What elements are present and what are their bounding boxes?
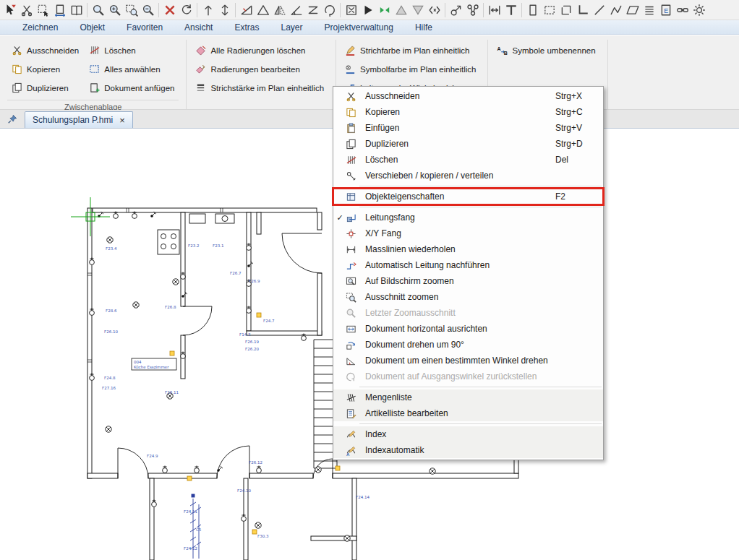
context-item-artikelliste-bearbeiten[interactable]: Artikelliste bearbeiten — [333, 405, 603, 421]
toolbar-play-button[interactable] — [359, 1, 376, 19]
toolbar-delete-button[interactable] — [161, 1, 178, 19]
context-item-einfügen[interactable]: EinfügenStrg+V — [333, 120, 603, 136]
context-item-verschieben-kopieren-verteilen[interactable]: Verschieben / kopieren / verteilen — [333, 168, 603, 184]
toolbar-move-document-button[interactable] — [51, 1, 68, 19]
menu-objekt[interactable]: Objekt — [69, 21, 116, 34]
plan-label: F26.12 — [249, 460, 262, 465]
toolbar-zoom-region-button[interactable] — [123, 1, 140, 19]
context-menu-separator — [359, 186, 602, 186]
menu-ansicht[interactable]: Ansicht — [174, 21, 223, 34]
toolbar-triangle-down-button[interactable] — [409, 1, 426, 19]
context-item-indexautomatik[interactable]: AIndexautomatik — [333, 442, 603, 458]
nav-diamonds-icon — [378, 4, 391, 17]
ribbon-alles-anwählen-button[interactable]: Alles anwählen — [85, 60, 179, 78]
context-item-ausschnitt-zoomen[interactable]: Ausschnitt zoomen — [333, 289, 603, 305]
toolbar-triangle-up-button[interactable] — [393, 1, 409, 19]
context-item-masslinien-wiederholen[interactable]: Masslinien wiederholen — [333, 241, 603, 257]
toolbar-corner-lines-button[interactable] — [558, 1, 574, 19]
tab-close-icon[interactable]: × — [119, 116, 125, 125]
toolbar-zoom-in-button[interactable] — [106, 1, 123, 19]
toolbar-triangle-button[interactable] — [255, 1, 271, 19]
context-item-dokument-horizontal-ausrichten[interactable]: Dokument horizontal ausrichten — [333, 321, 603, 337]
context-item-automatisch-leitung-nachführen[interactable]: Automatisch Leitung nachführen — [333, 257, 603, 273]
tab-schulungsplan[interactable]: Schulungsplan P.hmi × — [25, 111, 133, 128]
toolbar-parallelogram-button[interactable] — [624, 1, 641, 19]
toolbar-diagonal-line-button[interactable] — [591, 1, 607, 19]
toolbar-chain-link-button[interactable] — [674, 1, 691, 19]
toolbar-box-x-button[interactable] — [343, 1, 359, 19]
context-item-label: Ausschnitt zoomen — [359, 292, 555, 302]
toolbar-rectangle-button[interactable] — [524, 1, 541, 19]
room-name: Küche Esszimmer — [134, 365, 169, 369]
tab-title: Schulungsplan P.hmi — [33, 115, 113, 125]
menu-extras[interactable]: Extras — [223, 21, 270, 34]
context-item-kopieren[interactable]: KopierenStrg+C — [333, 104, 603, 120]
toolbar-node-network-button[interactable] — [464, 1, 481, 19]
menu-layer[interactable]: Layer — [270, 21, 313, 34]
toolbar-select-pointer-button[interactable] — [1, 1, 18, 19]
toolbar-stacked-lines-button[interactable] — [641, 1, 657, 19]
zoom-out-icon — [142, 4, 155, 17]
context-item-label: Kopieren — [359, 107, 555, 117]
toolbar-slope-dimension-button[interactable] — [238, 1, 255, 19]
toolbar-t-square-button[interactable] — [503, 1, 519, 19]
top-toolbar: E — [0, 0, 739, 20]
toolbar-cut-cross-button[interactable] — [18, 1, 35, 19]
properties-icon — [346, 191, 356, 202]
svg-text:A: A — [497, 46, 501, 51]
menu-hilfe[interactable]: Hilfe — [404, 21, 443, 34]
pin-button[interactable] — [3, 111, 22, 127]
toolbar-angle-button[interactable] — [288, 1, 304, 19]
context-item-auf-bildschirm-zoomen[interactable]: Auf Bildschirm zoomen — [333, 273, 603, 289]
toolbar-l-profile-button[interactable] — [574, 1, 591, 19]
context-menu-group: MengenlisteArtikelliste bearbeiten — [333, 389, 603, 421]
eraser-edit-icon — [195, 64, 206, 74]
toolbar-polyline-button[interactable] — [607, 1, 624, 19]
context-item-dokument-um-einen-bestimmten-winkel-drehen[interactable]: Dokument um einen bestimmten Winkel dreh… — [333, 353, 603, 369]
toolbar-area-select-button[interactable] — [35, 1, 51, 19]
toolbar-document-e-button[interactable]: E — [657, 1, 674, 19]
rectangle-dashed-icon — [543, 4, 556, 17]
ribbon-ausschneiden-button[interactable]: Ausschneiden — [7, 41, 83, 59]
toolbar-open-book-button[interactable] — [68, 1, 85, 19]
ribbon-radierungen-bearbeiten-button[interactable]: Radierungen bearbeiten — [191, 60, 328, 78]
toolbar-chevron-x-button[interactable] — [426, 1, 443, 19]
ribbon-kopieren-button[interactable]: Kopieren — [7, 60, 83, 78]
menu-favoriten[interactable]: Favoriten — [116, 21, 174, 34]
xy-snap-icon — [346, 228, 356, 239]
toolbar-resize-horizontal-button[interactable] — [486, 1, 503, 19]
ribbon-strichfarbe-im-plan-einheitlich-button[interactable]: Strichfarbe im Plan einheitlich — [341, 41, 480, 59]
ribbon-alle-radierungen-löschen-button[interactable]: Alle Radierungen löschen — [191, 41, 328, 59]
context-item-leitungsfang[interactable]: ✓Leitungsfang — [333, 210, 603, 225]
toolbar-refresh-button[interactable] — [178, 1, 195, 19]
context-item-dokument-drehen-um-90[interactable]: Dokument drehen um 90° — [333, 337, 603, 353]
toolbar-node-arrow-button[interactable] — [448, 1, 464, 19]
toolbar-mirror-button[interactable] — [271, 1, 288, 19]
menu-zeichnen[interactable]: Zeichnen — [12, 21, 69, 34]
toolbar-rotate-button[interactable] — [321, 1, 338, 19]
toolbar-zoom-out-button[interactable] — [140, 1, 156, 19]
toolbar-arrow-up-down-button[interactable] — [216, 1, 233, 19]
ribbon-duplizieren-button[interactable]: Duplizieren — [7, 79, 83, 97]
context-item-index[interactable]: Index — [333, 426, 603, 442]
toolbar-z-angle-button[interactable] — [304, 1, 321, 19]
toolbar-nav-diamonds-button[interactable] — [376, 1, 393, 19]
toolbar-separator — [445, 3, 445, 17]
ribbon-löschen-button[interactable]: Löschen — [85, 41, 179, 59]
context-item-löschen[interactable]: LöschenDel — [333, 152, 603, 168]
toolbar-arrow-up-button[interactable] — [200, 1, 216, 19]
toolbar-zoom-button[interactable] — [90, 1, 106, 19]
context-item-ausschneiden[interactable]: AusschneidenStrg+X — [333, 88, 603, 104]
ribbon-symbole-umbenennen-button[interactable]: ABSymbole umbenennen — [492, 41, 599, 59]
context-item-duplizieren[interactable]: DuplizierenStrg+D — [333, 136, 603, 152]
ribbon-strichstärke-im-plan-einheitlich-button[interactable]: Strichstärke im Plan einheitlich — [191, 79, 328, 97]
context-item-x-y-fang[interactable]: X/Y Fang — [333, 225, 603, 241]
toolbar-rectangle-dashed-button[interactable] — [541, 1, 558, 19]
menu-projektverwaltung[interactable]: Projektverwaltung — [314, 21, 404, 34]
ribbon-dokument-anfügen-button[interactable]: Dokument anfügen — [85, 79, 179, 97]
context-item-mengenliste[interactable]: Mengenliste — [333, 389, 603, 405]
context-item-label: Letzter Zoomausschnitt — [359, 308, 555, 318]
context-item-objekteigenschaften[interactable]: ObjekteigenschaftenF2 — [333, 189, 603, 204]
toolbar-gear-button[interactable] — [691, 1, 707, 19]
ribbon-symbolfarbe-im-plan-einheitlich-button[interactable]: Symbolfarbe im Plan einheitlich — [341, 60, 480, 78]
